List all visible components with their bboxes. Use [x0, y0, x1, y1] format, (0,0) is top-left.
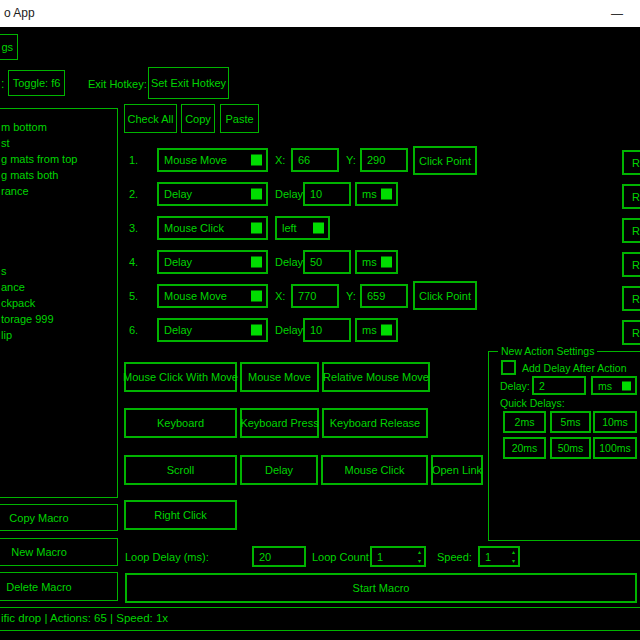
macro-list-item[interactable]: lip — [1, 329, 12, 341]
delay-label: Delay — [275, 324, 303, 336]
action-type-dropdown[interactable]: Delay — [157, 182, 268, 206]
title-bar: o App — — [0, 0, 640, 27]
x-label: X: — [275, 154, 285, 166]
macro-list-item[interactable]: g mats from top — [1, 153, 77, 165]
loop-count-stepper[interactable]: 1 ▴▾ — [370, 546, 426, 567]
speed-value: 1 — [485, 551, 491, 563]
copy-macro-button[interactable]: Copy Macro — [0, 504, 118, 531]
macro-list-item[interactable]: g mats both — [1, 169, 58, 181]
remove-label: R — [632, 157, 640, 169]
relative-mouse-move-button[interactable]: Relative Mouse Move — [322, 362, 430, 392]
click-point-button[interactable]: Click Point — [413, 281, 477, 310]
add-delay-checkbox[interactable] — [501, 360, 516, 375]
tab-settings[interactable]: gs — [0, 34, 18, 60]
remove-button[interactable]: R — [622, 184, 640, 209]
macro-list-item[interactable]: s — [1, 265, 7, 277]
minimize-button[interactable]: — — [597, 0, 637, 27]
quick-delay-5ms-button[interactable]: 5ms — [550, 411, 591, 433]
exit-hotkey-label: Exit Hotkey: — [88, 78, 147, 90]
click-point-button[interactable]: Click Point — [413, 146, 477, 175]
macro-list-item[interactable]: ance — [1, 281, 25, 293]
keyboard-press-button[interactable]: Keyboard Press — [240, 408, 319, 438]
click-point-label: Click Point — [419, 290, 471, 302]
remove-label: R — [632, 327, 640, 339]
action-type-dropdown[interactable]: Mouse Move — [157, 148, 268, 172]
action-type-dropdown[interactable]: Mouse Move — [157, 284, 268, 308]
new-delay-input[interactable]: 2 — [532, 376, 586, 395]
loop-delay-value: 20 — [259, 551, 271, 563]
x-input[interactable]: 66 — [291, 148, 339, 172]
new-delay-label: Delay: — [500, 380, 530, 392]
loop-delay-label: Loop Delay (ms): — [125, 551, 209, 563]
keyboard-release-button[interactable]: Keyboard Release — [322, 408, 428, 438]
action-type-dropdown[interactable]: Mouse Click — [157, 216, 268, 240]
action-type-dropdown[interactable]: Delay — [157, 250, 268, 274]
palette-label: Mouse Click With Move — [123, 371, 238, 383]
scroll-button[interactable]: Scroll — [124, 455, 237, 485]
macro-list-item[interactable]: rance — [1, 185, 29, 197]
speed-label: Speed: — [437, 551, 472, 563]
unit-dropdown[interactable]: ms — [355, 318, 398, 342]
delay-input[interactable]: 50 — [303, 250, 351, 274]
set-exit-hotkey-button[interactable]: Set Exit Hotkey — [148, 67, 229, 99]
right-click-button[interactable]: Right Click — [124, 500, 237, 530]
remove-button[interactable]: R — [622, 218, 640, 243]
unit-dropdown[interactable]: ms — [355, 182, 398, 206]
loop-delay-input[interactable]: 20 — [252, 546, 306, 567]
delete-macro-button[interactable]: Delete Macro — [0, 572, 118, 601]
delay-input[interactable]: 10 — [303, 182, 351, 206]
mouse-move-button[interactable]: Mouse Move — [240, 362, 319, 392]
check-all-button[interactable]: Check All — [124, 104, 177, 133]
palette-label: Mouse Move — [248, 371, 311, 383]
new-delay-unit-dropdown[interactable]: ms — [591, 376, 637, 395]
start-macro-label: Start Macro — [353, 582, 410, 594]
palette-label: Right Click — [154, 509, 207, 521]
toggle-hotkey-button[interactable]: Toggle: f6 — [8, 70, 65, 96]
speed-stepper[interactable]: 1 ▴▾ — [478, 546, 520, 567]
stepper-arrows-icon[interactable]: ▴▾ — [512, 549, 515, 564]
unit-dropdown[interactable]: ms — [355, 250, 398, 274]
macro-list-item[interactable]: st — [1, 137, 10, 149]
delay-input[interactable]: 10 — [303, 318, 351, 342]
dropdown-arrow-icon — [622, 381, 631, 390]
remove-button[interactable]: R — [622, 252, 640, 277]
x-input[interactable]: 770 — [291, 284, 339, 308]
quick-delay-2ms-button[interactable]: 2ms — [503, 411, 546, 433]
remove-button[interactable]: R — [622, 150, 640, 175]
row-number: 6. — [129, 324, 138, 336]
remove-button[interactable]: R — [622, 286, 640, 311]
new-macro-button[interactable]: New Macro — [0, 538, 118, 566]
paste-button[interactable]: Paste — [220, 104, 259, 133]
mouse-button-dropdown[interactable]: left — [275, 216, 330, 240]
copy-label: Copy — [185, 113, 211, 125]
tab-settings-label: gs — [1, 41, 13, 53]
mouse-click-with-move-button[interactable]: Mouse Click With Move — [124, 362, 237, 392]
delay-button[interactable]: Delay — [240, 455, 318, 485]
macro-list-item[interactable]: m bottom — [1, 121, 47, 133]
macro-list-item[interactable]: ckpack — [1, 297, 35, 309]
remove-button[interactable]: R — [622, 320, 640, 345]
quick-delay-10ms-button[interactable]: 10ms — [593, 411, 637, 433]
quick-delays-label: Quick Delays: — [500, 397, 565, 409]
macro-list-item[interactable]: torage 999 — [1, 313, 54, 325]
action-type-dropdown[interactable]: Delay — [157, 318, 268, 342]
start-macro-button[interactable]: Start Macro — [125, 573, 637, 603]
keyboard-button[interactable]: Keyboard — [124, 408, 237, 438]
quick-delay-label: 2ms — [515, 416, 535, 428]
quick-delay-100ms-button[interactable]: 100ms — [593, 437, 637, 459]
quick-delay-20ms-button[interactable]: 20ms — [503, 437, 546, 459]
stepper-arrows-icon[interactable]: ▴▾ — [418, 549, 421, 564]
paste-label: Paste — [225, 113, 253, 125]
open-link-button[interactable]: Open Link — [431, 455, 483, 485]
dropdown-arrow-icon — [251, 189, 262, 200]
unit-value: ms — [362, 188, 377, 200]
y-input[interactable]: 659 — [360, 284, 408, 308]
palette-label: Scroll — [167, 464, 195, 476]
mouse-click-button[interactable]: Mouse Click — [321, 455, 428, 485]
click-point-label: Click Point — [419, 155, 471, 167]
copy-button[interactable]: Copy — [181, 104, 215, 133]
dropdown-arrow-icon — [251, 291, 262, 302]
y-input[interactable]: 290 — [360, 148, 408, 172]
quick-delay-label: 20ms — [512, 442, 538, 454]
quick-delay-50ms-button[interactable]: 50ms — [550, 437, 591, 459]
